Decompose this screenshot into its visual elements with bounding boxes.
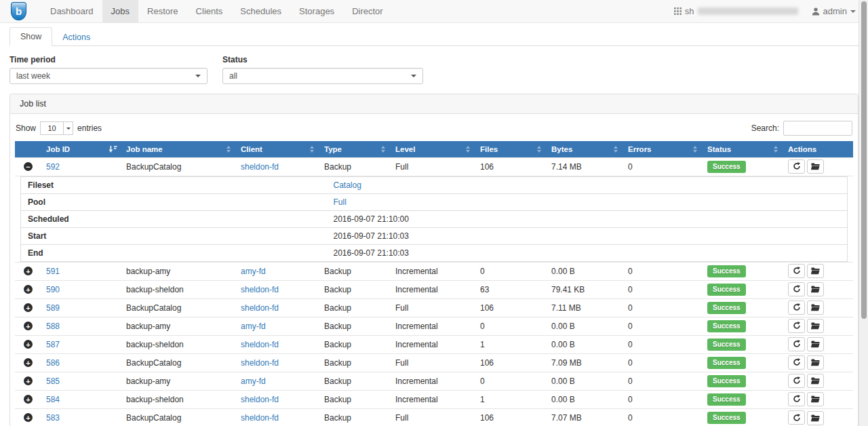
person-icon: [812, 7, 820, 16]
status-cell: Success: [702, 157, 783, 176]
search-input[interactable]: [783, 121, 852, 136]
col-header-status[interactable]: Status: [702, 141, 783, 157]
errors-cell: 0: [623, 353, 702, 372]
status-select[interactable]: all: [222, 68, 423, 84]
client-link[interactable]: sheldon-fd: [241, 303, 279, 313]
restore-job-button[interactable]: [807, 319, 824, 333]
detail-label: Pool: [21, 193, 327, 210]
job-id-link[interactable]: 590: [46, 285, 60, 294]
plus-circle-icon[interactable]: +: [24, 413, 33, 422]
detail-value-link[interactable]: Full: [334, 197, 347, 207]
restore-job-button[interactable]: [807, 282, 824, 296]
col-header-job-name[interactable]: Job name: [121, 141, 235, 157]
client-cell: sheldon-fd: [235, 390, 319, 408]
col-header-client[interactable]: Client: [235, 141, 319, 157]
client-link[interactable]: sheldon-fd: [241, 395, 279, 404]
rerun-job-button[interactable]: [788, 159, 805, 174]
sort-arrows-icon: [310, 146, 314, 153]
status-value: all: [229, 71, 237, 81]
errors-cell: 0: [623, 408, 702, 426]
client-link[interactable]: sheldon-fd: [241, 340, 279, 349]
client-link[interactable]: sheldon-fd: [241, 358, 279, 368]
expand-cell: +: [15, 280, 41, 298]
rerun-job-button[interactable]: [788, 319, 805, 333]
job-id-link[interactable]: 589: [46, 303, 60, 313]
job-row-584: +584backup-sheldonsheldon-fdBackupIncrem…: [15, 390, 853, 408]
restore-job-button[interactable]: [807, 355, 824, 370]
job-id-link[interactable]: 584: [46, 395, 60, 404]
detail-value-link[interactable]: Catalog: [334, 180, 361, 190]
time-period-select[interactable]: last week: [9, 68, 208, 84]
navbar-item-storages[interactable]: Storages: [290, 0, 343, 22]
col-header-bytes[interactable]: Bytes: [546, 141, 623, 157]
navbar-item-restore[interactable]: Restore: [138, 0, 187, 22]
client-link[interactable]: sheldon-fd: [241, 413, 279, 423]
restore-job-button[interactable]: [807, 159, 824, 174]
errors-cell: 0: [623, 317, 702, 335]
job-id-link[interactable]: 586: [46, 358, 60, 368]
status-label: Status: [222, 55, 423, 64]
rerun-job-button[interactable]: [788, 337, 805, 351]
host-indicator[interactable]: sh: [674, 6, 798, 16]
plus-circle-icon[interactable]: +: [24, 395, 33, 404]
rerun-job-button[interactable]: [788, 374, 805, 388]
plus-circle-icon[interactable]: +: [24, 303, 33, 312]
navbar-item-jobs[interactable]: Jobs: [102, 0, 138, 22]
restore-job-button[interactable]: [807, 411, 824, 425]
navbar-item-director[interactable]: Director: [343, 0, 392, 22]
page-content: Show Actions Time period last week Statu…: [0, 27, 868, 426]
tab-actions[interactable]: Actions: [52, 28, 100, 46]
plus-circle-icon[interactable]: +: [24, 340, 33, 349]
col-header-job-id[interactable]: Job ID: [41, 141, 121, 157]
client-cell: sheldon-fd: [235, 298, 319, 317]
col-header-level[interactable]: Level: [390, 141, 475, 157]
status-cell: Success: [702, 317, 783, 335]
col-header-files[interactable]: Files: [475, 141, 546, 157]
rerun-job-button[interactable]: [788, 392, 805, 406]
brand-logo[interactable]: b: [7, 0, 33, 22]
scrollbar-thumb[interactable]: [861, 1, 867, 319]
rerun-job-button[interactable]: [788, 301, 805, 315]
job-id-link[interactable]: 585: [46, 376, 60, 386]
folder-icon: [811, 414, 820, 422]
tab-show[interactable]: Show: [9, 27, 52, 46]
restore-job-button[interactable]: [807, 374, 824, 388]
job-id-link[interactable]: 588: [46, 322, 60, 331]
plus-circle-icon[interactable]: +: [24, 376, 33, 385]
navbar-item-dashboard[interactable]: Dashboard: [41, 0, 102, 22]
restore-job-button[interactable]: [807, 337, 824, 351]
client-link[interactable]: amy-fd: [241, 267, 266, 276]
plus-circle-icon[interactable]: +: [24, 322, 33, 330]
job-id-link[interactable]: 591: [46, 267, 60, 276]
user-menu[interactable]: admin: [812, 6, 856, 16]
job-id-link[interactable]: 587: [46, 340, 60, 349]
page-length-select[interactable]: 10: [40, 121, 73, 135]
rerun-job-button[interactable]: [788, 355, 805, 370]
plus-circle-icon[interactable]: +: [24, 358, 33, 367]
bytes-cell: 7.07 MB: [546, 408, 623, 426]
rerun-job-button[interactable]: [788, 264, 805, 278]
client-link[interactable]: amy-fd: [241, 376, 266, 386]
restore-job-button[interactable]: [807, 264, 824, 278]
client-link[interactable]: sheldon-fd: [241, 285, 279, 294]
job-id-link[interactable]: 583: [46, 413, 60, 423]
vertical-scrollbar[interactable]: [859, 0, 868, 426]
navbar-item-schedules[interactable]: Schedules: [231, 0, 290, 22]
client-link[interactable]: sheldon-fd: [241, 162, 279, 172]
plus-circle-icon[interactable]: +: [24, 267, 33, 275]
client-link[interactable]: amy-fd: [241, 322, 266, 331]
job-id-cell: 587: [41, 335, 121, 353]
host-prefix: sh: [685, 6, 694, 16]
minus-circle-icon[interactable]: −: [24, 162, 33, 171]
type-cell: Backup: [319, 317, 390, 335]
rerun-job-button[interactable]: [788, 282, 805, 296]
plus-circle-icon[interactable]: +: [24, 285, 33, 294]
col-header-type[interactable]: Type: [319, 141, 390, 157]
rerun-job-button[interactable]: [788, 410, 805, 425]
job-name-cell: backup-sheldon: [121, 335, 235, 353]
restore-job-button[interactable]: [807, 301, 824, 315]
restore-job-button[interactable]: [807, 392, 824, 406]
job-id-link[interactable]: 592: [46, 162, 60, 172]
navbar-item-clients[interactable]: Clients: [187, 0, 232, 22]
col-header-errors[interactable]: Errors: [623, 141, 702, 157]
